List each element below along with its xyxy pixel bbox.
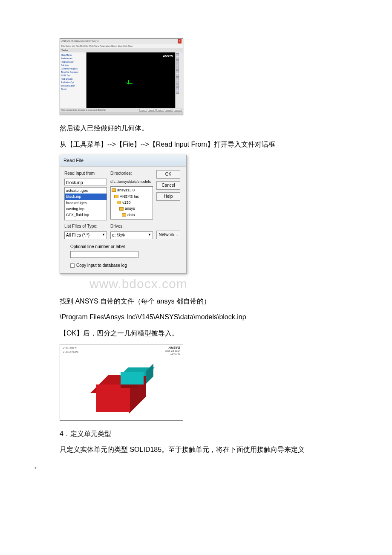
chevron-down-icon: ▼ xyxy=(148,232,151,238)
menubar[interactable]: File Select List Plot PlotCtrls WorkPlan… xyxy=(60,44,183,48)
checkbox-icon[interactable] xyxy=(70,263,75,268)
folder-icon xyxy=(114,195,118,198)
view-icon[interactable] xyxy=(176,81,179,84)
dir-label: ansys13.0 xyxy=(117,187,135,193)
body-text: 只定义实体单元的类型 SOLID185。至于接触单元，将在下面使用接触向导来定义 xyxy=(60,444,358,455)
status-text: Pick a menu item or enter a command (BEG… xyxy=(61,108,106,112)
list-item[interactable]: block.inp xyxy=(65,194,107,199)
tree-item[interactable]: Main Menu xyxy=(61,53,85,57)
body-text: 。 xyxy=(34,460,358,471)
list-item[interactable]: casting.inp xyxy=(65,206,107,212)
tree-item[interactable]: Session Editor xyxy=(61,84,85,87)
graphics-viewport[interactable]: ANSYS xyxy=(86,52,175,108)
tree-item[interactable]: Finish xyxy=(61,87,85,91)
body-text: 4．定义单元类型 xyxy=(60,428,358,439)
view-icon[interactable] xyxy=(176,60,179,63)
body-text: 找到 ANSYS 自带的文件（每个 ansys 都自带的） xyxy=(60,296,358,307)
ansys-logo: ANSYS xyxy=(163,54,173,58)
status-badge[interactable]: mat=1 xyxy=(139,109,147,112)
dir-item[interactable]: ANSYS Inc xyxy=(114,194,152,199)
folder-icon xyxy=(119,207,124,211)
status-badge[interactable]: type=1 xyxy=(148,109,156,112)
dir-item[interactable]: models xyxy=(124,218,152,220)
list-item[interactable]: bracket.iges xyxy=(65,200,107,206)
main-menu-tree[interactable]: Main Menu Preferences Preprocessor Solut… xyxy=(60,52,86,108)
folder-icon xyxy=(117,201,121,204)
view-icon[interactable] xyxy=(176,91,179,94)
body-text: 从【工具菜单】-->【File】-->【Read Input From】打开导入… xyxy=(60,139,358,150)
view-icon[interactable] xyxy=(176,57,179,60)
file-type-select[interactable]: All Files (*.*)▼ xyxy=(64,231,107,239)
tree-item[interactable]: Radiation Opt xyxy=(61,81,85,84)
network-button[interactable]: Network... xyxy=(156,231,180,239)
status-badge[interactable]: secn=1 xyxy=(174,109,182,112)
viewport-label-2: VOLU NUM xyxy=(63,350,78,354)
directories-label: Directories: xyxy=(110,170,153,177)
ansys-main-window: ANSYS Multiphysics Utility Menu X File S… xyxy=(60,38,183,115)
drive-select[interactable]: d: 软件▼ xyxy=(110,231,153,239)
status-buttons: mat=1 type=1 real=1 csys=0 secn=1 xyxy=(139,108,182,112)
tree-item[interactable]: Solution xyxy=(61,64,85,67)
dir-label: ansys xyxy=(125,205,135,211)
list-item[interactable]: CFX_fluid.inp xyxy=(65,212,107,218)
view-icon[interactable] xyxy=(176,64,179,66)
viewport-label-1: VOLUMES xyxy=(63,346,78,350)
list-item[interactable]: container.inp xyxy=(65,218,107,220)
optional-line-input[interactable] xyxy=(70,251,138,258)
list-item[interactable]: actuator.iges xyxy=(65,188,107,194)
window-titlebar: ANSYS Multiphysics Utility Menu X xyxy=(60,39,183,44)
body-text-span: 只定义实体单元的类型 SOLID185。至于接触单元，将在下面使用接触向导来定义 xyxy=(60,446,305,453)
tree-item[interactable]: Prob Design xyxy=(61,77,85,81)
filename-input[interactable]: block.inp xyxy=(64,179,107,185)
dir-label: ANSYS Inc xyxy=(120,194,139,199)
view-icon[interactable] xyxy=(176,74,179,77)
tree-item[interactable]: General Postproc xyxy=(61,67,85,70)
view-icon[interactable] xyxy=(176,77,179,80)
copy-checkbox-row[interactable]: Copy input to database log xyxy=(70,262,182,269)
view-icon[interactable] xyxy=(176,70,179,73)
dir-label: models xyxy=(130,218,142,220)
ok-button[interactable]: OK xyxy=(156,170,180,179)
folder-icon xyxy=(112,188,116,192)
toolbar[interactable]: Toolbar xyxy=(60,48,183,52)
file-list[interactable]: actuator.iges block.inp bracket.iges cas… xyxy=(64,187,107,220)
close-icon[interactable]: X xyxy=(178,39,182,43)
dir-label: v130 xyxy=(122,199,131,205)
read-input-label: Read input from xyxy=(64,170,107,177)
copy-checkbox-label: Copy input to database log xyxy=(76,262,127,269)
status-badge[interactable]: real=1 xyxy=(156,109,164,112)
folder-icon xyxy=(124,219,129,220)
tree-item[interactable]: Preferences xyxy=(61,57,85,60)
dir-label: data xyxy=(127,212,135,218)
dir-item[interactable]: ansys13.0 xyxy=(111,187,152,193)
viewport-date: OCT 23 2014 xyxy=(165,350,180,353)
status-bar: Pick a menu item or enter a command (BEG… xyxy=(60,108,183,112)
chevron-down-icon: ▼ xyxy=(102,232,105,238)
tree-item[interactable]: Preprocessor xyxy=(61,60,85,64)
optional-line-label: Optional line number or label xyxy=(70,243,182,250)
dir-item[interactable]: ansys xyxy=(119,205,152,211)
view-icon[interactable] xyxy=(176,84,179,87)
dir-item[interactable]: data xyxy=(121,212,152,218)
tree-item[interactable]: TimeHist Postproc xyxy=(61,70,85,74)
status-badge[interactable]: csys=0 xyxy=(165,109,173,112)
dialog-title: Read File xyxy=(60,155,186,167)
select-value: All Files (*.*) xyxy=(66,232,89,239)
tree-item[interactable]: ROM Tool xyxy=(61,74,85,77)
view-controls[interactable] xyxy=(175,52,183,108)
directory-tree[interactable]: ansys13.0 ANSYS Inc v130 ansys data mode… xyxy=(110,186,153,220)
drives-label: Drives: xyxy=(110,223,153,230)
view-icon[interactable] xyxy=(176,53,179,56)
view-icon[interactable] xyxy=(176,87,179,90)
window-title: ANSYS Multiphysics Utility Menu xyxy=(61,39,99,43)
logo-text: ANSYS xyxy=(165,346,180,350)
view-icon[interactable] xyxy=(176,67,179,70)
viewport-time: 10:41:43 xyxy=(165,353,180,356)
coordinate-triad-icon xyxy=(127,79,133,84)
help-button[interactable]: Help xyxy=(156,192,180,201)
model-viewport: VOLUMES VOLU NUM ANSYS OCT 23 2014 10:41… xyxy=(60,344,183,421)
model-geometry-icon xyxy=(87,359,156,414)
cancel-button[interactable]: Cancel xyxy=(156,181,180,190)
folder-icon xyxy=(122,213,126,217)
dir-item[interactable]: v130 xyxy=(116,199,152,205)
